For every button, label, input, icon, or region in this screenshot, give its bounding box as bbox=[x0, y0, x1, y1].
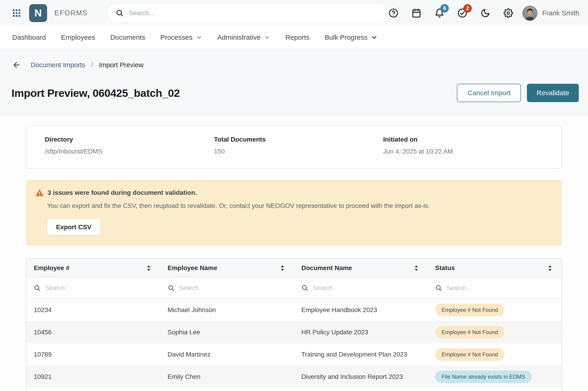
app-grid-icon[interactable] bbox=[11, 8, 22, 18]
summary-initiated-on: Initiated on Jun 4, 2025 at 10:22 AM bbox=[383, 136, 552, 155]
notifications-bell-icon[interactable]: 6 bbox=[434, 8, 445, 18]
table-row: 10921 Emily Chen Diversity and Inclusion… bbox=[26, 366, 562, 388]
cell-employee-name: James Patel bbox=[160, 388, 294, 391]
column-header-employee-name[interactable]: Employee Name bbox=[160, 259, 294, 277]
app-logo[interactable]: N bbox=[29, 4, 47, 22]
cell-employee-name: Emily Chen bbox=[160, 366, 294, 388]
nav-item-documents[interactable]: Documents bbox=[110, 33, 145, 41]
user-menu[interactable]: Frank Smith bbox=[522, 5, 579, 21]
column-header-status[interactable]: Status bbox=[428, 259, 562, 277]
tasks-check-icon[interactable]: 2 bbox=[457, 8, 468, 18]
main-nav: Dashboard Employees Documents Processes … bbox=[0, 26, 588, 49]
brand-name: EFORMS bbox=[54, 9, 88, 17]
total-documents-label: Total Documents bbox=[214, 136, 383, 143]
tasks-count-badge: 2 bbox=[463, 4, 472, 13]
sort-icon[interactable] bbox=[146, 265, 151, 272]
status-search-input[interactable] bbox=[447, 285, 553, 292]
column-label: Document Name bbox=[301, 264, 352, 272]
column-label: Employee Name bbox=[168, 264, 217, 272]
nav-item-reports[interactable]: Reports bbox=[285, 33, 309, 41]
filter-status bbox=[428, 278, 562, 298]
nav-item-bulk-progress[interactable]: Bulk Progress bbox=[324, 33, 378, 41]
status-badge: Employee # Not Found bbox=[435, 304, 504, 316]
nav-item-label: Bulk Progress bbox=[324, 33, 367, 41]
employee-number-search-input[interactable] bbox=[45, 285, 151, 292]
nav-item-dashboard[interactable]: Dashboard bbox=[12, 33, 46, 41]
cell-document-name: Employee Handbook 2023 bbox=[294, 299, 428, 321]
sort-icon[interactable] bbox=[548, 265, 552, 272]
main-content: Directory /sftp/Inbound/EDMS Total Docum… bbox=[0, 115, 588, 391]
cell-document-name: HR Policy Update 2023 bbox=[294, 321, 428, 343]
breadcrumb-separator: / bbox=[91, 61, 93, 69]
back-arrow-icon[interactable] bbox=[11, 60, 22, 70]
column-header-document-name[interactable]: Document Name bbox=[294, 259, 428, 277]
cell-employee-number: 10789 bbox=[26, 343, 160, 366]
column-header-employee-number[interactable]: Employee # bbox=[26, 259, 160, 277]
alert-title: 3 issues were found during document vali… bbox=[48, 189, 197, 196]
cell-document-name: Performance Review Guidelines 2023 bbox=[294, 388, 428, 391]
search-icon bbox=[116, 9, 124, 17]
initiated-on-label: Initiated on bbox=[383, 136, 552, 143]
search-icon bbox=[34, 285, 41, 292]
page-header: Document Imports / Import Preview Import… bbox=[0, 49, 588, 115]
global-search-input[interactable] bbox=[129, 9, 380, 17]
status-badge: File Name already exists in EDMS bbox=[435, 371, 532, 383]
cell-document-name: Diversity and Inclusion Report 2023 bbox=[294, 366, 428, 388]
nav-item-label: Administrative bbox=[217, 33, 261, 41]
cell-document-name: Training and Development Plan 2023 bbox=[294, 343, 428, 366]
topbar: N EFORMS 6 bbox=[0, 0, 588, 26]
breadcrumb-current: Import Preview bbox=[99, 61, 143, 69]
table-row: 10456 Sophia Lee HR Policy Update 2023 E… bbox=[26, 321, 562, 343]
cell-employee-number: 10921 bbox=[26, 366, 160, 388]
dark-mode-moon-icon[interactable] bbox=[480, 8, 491, 18]
alert-description: You can export and fix the CSV, then reu… bbox=[47, 202, 553, 209]
help-icon[interactable] bbox=[388, 8, 399, 18]
table-body: 10234 Michael Johnson Employee Handbook … bbox=[26, 299, 562, 391]
app-logo-letter: N bbox=[34, 7, 42, 19]
cell-employee-name: David Martinez bbox=[160, 343, 294, 366]
warning-triangle-icon bbox=[35, 188, 44, 197]
global-search[interactable] bbox=[108, 4, 387, 22]
nav-item-processes[interactable]: Processes bbox=[160, 33, 202, 41]
cell-employee-number: 10234 bbox=[26, 299, 160, 321]
revalidate-button[interactable]: Revalidate bbox=[527, 84, 579, 102]
nav-item-label: Processes bbox=[160, 33, 192, 41]
validation-alert: 3 issues were found during document vali… bbox=[26, 180, 562, 246]
column-label: Status bbox=[435, 264, 455, 272]
search-icon bbox=[168, 285, 174, 292]
import-summary-card: Directory /sftp/Inbound/EDMS Total Docum… bbox=[26, 125, 562, 169]
avatar bbox=[522, 5, 538, 21]
employee-name-search-input[interactable] bbox=[179, 285, 285, 292]
notifications-count-badge: 6 bbox=[440, 4, 449, 13]
summary-total-documents: Total Documents 150 bbox=[214, 136, 383, 155]
column-label: Employee # bbox=[34, 264, 70, 272]
settings-gear-icon[interactable] bbox=[503, 8, 514, 18]
nav-item-label: Dashboard bbox=[12, 33, 46, 41]
status-badge: Employee # Not Found bbox=[435, 326, 504, 338]
total-documents-value: 150 bbox=[214, 148, 383, 155]
page-title: Import Preview, 060425_batch_02 bbox=[11, 87, 180, 99]
search-icon bbox=[301, 285, 308, 292]
directory-value: /sftp/Inbound/EDMS bbox=[45, 148, 214, 155]
search-icon bbox=[435, 285, 442, 292]
sort-icon[interactable] bbox=[280, 265, 285, 272]
calendar-icon[interactable] bbox=[411, 8, 422, 18]
breadcrumb-parent-link[interactable]: Document Imports bbox=[31, 61, 85, 69]
summary-directory: Directory /sftp/Inbound/EDMS bbox=[45, 136, 214, 155]
table-filter-row bbox=[26, 278, 562, 299]
cancel-import-button[interactable]: Cancel Import bbox=[457, 84, 521, 102]
nav-item-label: Documents bbox=[110, 33, 145, 41]
document-name-search-input[interactable] bbox=[313, 285, 419, 292]
nav-item-label: Employees bbox=[61, 33, 95, 41]
sort-icon[interactable] bbox=[414, 265, 419, 272]
topbar-icon-group: 6 2 bbox=[388, 8, 514, 18]
cell-employee-name: Sophia Lee bbox=[160, 321, 294, 343]
user-name: Frank Smith bbox=[542, 9, 579, 17]
cell-employee-number: 10456 bbox=[26, 321, 160, 343]
nav-item-administrative[interactable]: Administrative bbox=[217, 33, 270, 41]
nav-item-label: Reports bbox=[285, 33, 309, 41]
export-csv-button[interactable]: Export CSV bbox=[47, 219, 100, 235]
cell-employee-number: 11003 bbox=[26, 388, 160, 391]
nav-item-employees[interactable]: Employees bbox=[61, 33, 95, 41]
cell-employee-name: Michael Johnson bbox=[160, 299, 294, 321]
